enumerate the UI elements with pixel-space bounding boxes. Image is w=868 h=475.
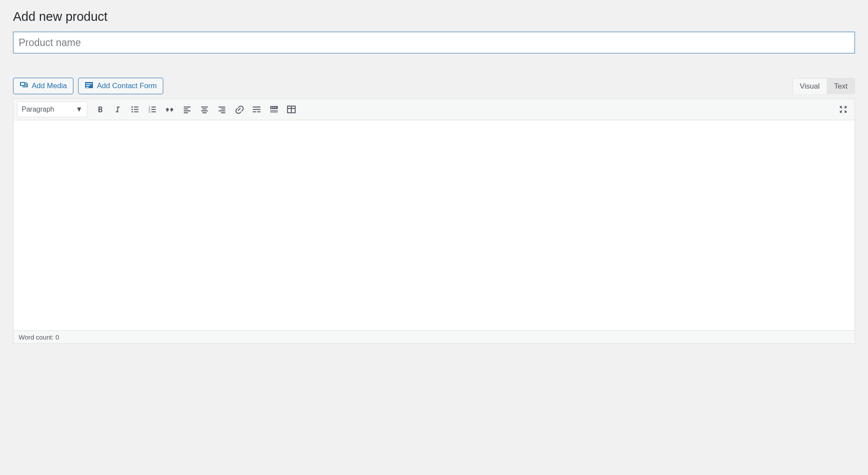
- svg-rect-20: [218, 106, 225, 107]
- media-icon: [20, 81, 28, 92]
- svg-rect-1: [134, 106, 139, 107]
- svg-rect-24: [253, 106, 261, 107]
- svg-rect-22: [218, 110, 225, 111]
- svg-text:3: 3: [149, 110, 150, 113]
- bold-button[interactable]: [92, 102, 108, 117]
- align-right-button[interactable]: [214, 102, 230, 117]
- svg-rect-3: [134, 109, 139, 110]
- align-center-button[interactable]: [197, 102, 212, 117]
- svg-rect-15: [184, 112, 188, 113]
- content-editor[interactable]: [13, 120, 855, 330]
- link-button[interactable]: [231, 102, 247, 117]
- add-media-label: Add Media: [32, 82, 67, 90]
- svg-rect-5: [134, 111, 139, 112]
- word-count-value: 0: [56, 333, 59, 341]
- numbered-list-button[interactable]: 123: [145, 102, 160, 117]
- editor-toolbar: Paragraph ▼ 123: [13, 99, 855, 120]
- add-contact-form-button[interactable]: Add Contact Form: [78, 78, 163, 94]
- svg-rect-32: [275, 107, 276, 108]
- caret-down-icon: ▼: [76, 106, 83, 113]
- bullet-list-button[interactable]: [127, 102, 143, 117]
- editor-tabs: Visual Text: [793, 78, 855, 94]
- word-count-label: Word count:: [19, 333, 56, 341]
- svg-rect-7: [152, 106, 156, 107]
- svg-rect-29: [270, 110, 278, 113]
- align-left-button[interactable]: [179, 102, 195, 117]
- blockquote-button[interactable]: [162, 102, 178, 117]
- svg-rect-16: [201, 106, 208, 107]
- svg-rect-11: [152, 111, 156, 112]
- svg-rect-13: [184, 109, 188, 109]
- svg-point-2: [132, 109, 133, 110]
- form-icon: [85, 81, 93, 92]
- svg-point-0: [132, 106, 133, 108]
- media-buttons-row: Add Media Add Contact Form Visual Text: [13, 78, 855, 94]
- svg-rect-12: [184, 106, 190, 107]
- svg-rect-23: [221, 112, 225, 113]
- svg-rect-26: [253, 111, 256, 112]
- page-title: Add new product: [13, 10, 855, 24]
- toolbar-toggle-button[interactable]: [266, 102, 282, 117]
- svg-rect-25: [253, 109, 261, 110]
- svg-rect-27: [257, 111, 261, 112]
- product-name-input[interactable]: [13, 32, 855, 53]
- fullscreen-button[interactable]: [835, 102, 851, 117]
- format-select[interactable]: Paragraph ▼: [17, 102, 87, 117]
- svg-rect-14: [184, 110, 190, 111]
- format-select-label: Paragraph: [22, 106, 54, 113]
- svg-rect-18: [201, 110, 208, 111]
- svg-rect-30: [271, 107, 272, 108]
- svg-rect-21: [221, 109, 225, 109]
- svg-point-4: [132, 111, 133, 112]
- add-contact-form-label: Add Contact Form: [97, 82, 157, 90]
- editor-container: Paragraph ▼ 123 Word count: 0: [13, 99, 855, 344]
- insert-more-button[interactable]: [249, 102, 264, 117]
- add-media-button[interactable]: Add Media: [13, 78, 73, 94]
- svg-rect-19: [202, 112, 207, 113]
- svg-rect-9: [152, 109, 156, 110]
- italic-button[interactable]: [110, 102, 125, 117]
- editor-status-bar: Word count: 0: [13, 330, 855, 343]
- table-button[interactable]: [284, 102, 299, 117]
- svg-rect-17: [202, 109, 207, 109]
- svg-rect-31: [273, 107, 274, 108]
- tab-text[interactable]: Text: [827, 78, 855, 94]
- tab-visual[interactable]: Visual: [792, 78, 827, 94]
